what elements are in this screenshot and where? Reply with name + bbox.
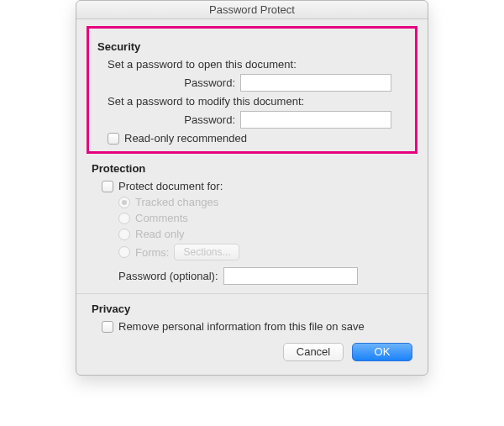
security-heading: Security	[97, 40, 407, 53]
forms-label: Forms:	[135, 246, 169, 259]
protect-document-checkbox[interactable]	[102, 181, 113, 192]
protection-radio-group: Tracked changes Comments Read only Forms…	[118, 196, 412, 260]
password-protect-dialog: Password Protect Security Set a password…	[76, 0, 428, 376]
readonly-radio[interactable]	[118, 229, 130, 240]
window-title: Password Protect	[76, 1, 428, 19]
protection-heading: Protection	[92, 162, 412, 175]
remove-personal-info-checkbox[interactable]	[102, 321, 113, 333]
protection-password-input[interactable]	[223, 267, 358, 285]
open-password-input[interactable]	[240, 74, 391, 92]
privacy-heading: Privacy	[92, 302, 412, 315]
tracked-changes-radio[interactable]	[118, 197, 130, 208]
modify-password-label: Password:	[97, 113, 240, 126]
dialog-buttons: Cancel OK	[92, 343, 412, 361]
tracked-changes-label: Tracked changes	[135, 196, 218, 208]
sections-button[interactable]: Sections...	[174, 244, 239, 260]
readonly-recommended-label: Read-only recommended	[124, 132, 247, 145]
protection-password-label: Password (optional):	[118, 270, 218, 282]
modify-password-input[interactable]	[240, 111, 391, 129]
modify-password-instruction: Set a password to modify this document:	[108, 95, 407, 108]
dialog-content: Security Set a password to open this doc…	[76, 19, 428, 375]
readonly-label: Read only	[135, 228, 185, 240]
cancel-button[interactable]: Cancel	[283, 343, 344, 361]
divider	[76, 293, 428, 294]
open-password-instruction: Set a password to open this document:	[108, 58, 407, 71]
protect-document-label: Protect document for:	[118, 180, 223, 192]
ok-button[interactable]: OK	[352, 343, 412, 361]
security-section-highlight: Security Set a password to open this doc…	[87, 26, 417, 154]
remove-personal-info-label: Remove personal information from this fi…	[118, 320, 365, 333]
comments-radio[interactable]	[118, 213, 130, 224]
comments-label: Comments	[135, 212, 188, 224]
readonly-recommended-checkbox[interactable]	[108, 133, 119, 145]
forms-radio[interactable]	[118, 246, 130, 258]
open-password-label: Password:	[97, 76, 240, 89]
